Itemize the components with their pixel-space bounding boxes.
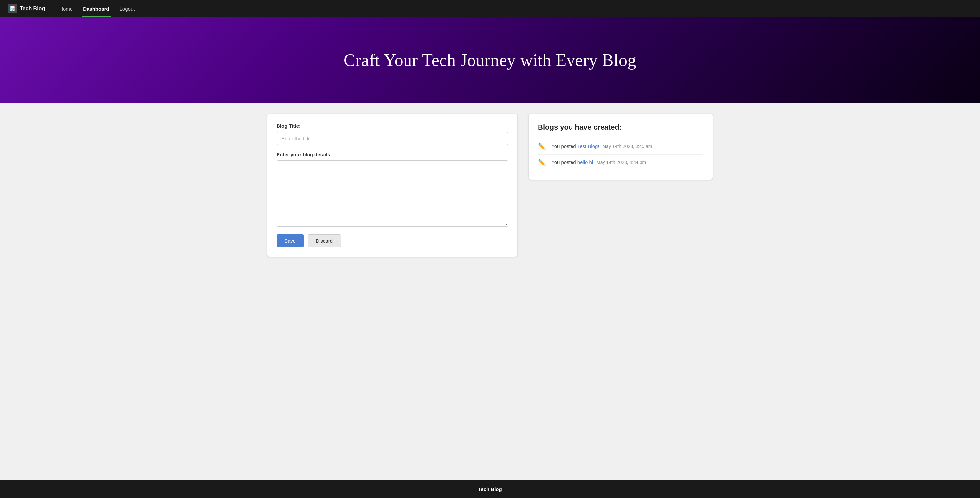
brand-icon-glyph: 📝 <box>10 6 16 11</box>
navbar: 📝 Tech Blog Home Dashboard Logout <box>0 0 980 17</box>
discard-button[interactable]: Discard <box>307 235 341 247</box>
blog-item-text-0: You posted Test Blog! May 14th 2023, 3:4… <box>551 143 652 150</box>
brand-label: Tech Blog <box>20 6 45 11</box>
title-input[interactable] <box>277 132 508 145</box>
nav-home[interactable]: Home <box>58 1 74 17</box>
footer-label: Tech Blog <box>478 487 501 492</box>
blog-item-text-1: You posted hello hi May 14th 2023, 4:44 … <box>551 159 646 166</box>
blog-date-0: May 14th 2023, 3:45 am <box>601 144 652 149</box>
save-button[interactable]: Save <box>277 235 304 247</box>
blog-prefix-0: You posted <box>551 143 578 149</box>
blog-link-0[interactable]: Test Blog! <box>578 143 599 149</box>
blog-date-1: May 14th 2023, 4:44 pm <box>595 160 646 165</box>
hero-section: Craft Your Tech Journey with Every Blog <box>0 17 980 103</box>
main-content: Blog Title: Enter your blog details: Sav… <box>259 103 721 480</box>
footer: Tech Blog <box>0 480 980 498</box>
navbar-links: Home Dashboard Logout <box>58 1 136 17</box>
blog-item-0: ✏️ You posted Test Blog! May 14th 2023, … <box>538 138 703 154</box>
nav-dashboard[interactable]: Dashboard <box>82 1 110 17</box>
blog-prefix-1: You posted <box>551 160 578 165</box>
navbar-brand: 📝 Tech Blog <box>8 4 45 13</box>
blog-link-1[interactable]: hello hi <box>578 160 593 165</box>
blog-form-card: Blog Title: Enter your blog details: Sav… <box>267 113 518 257</box>
details-textarea[interactable] <box>277 161 508 227</box>
details-label: Enter your blog details: <box>277 152 508 157</box>
nav-logout[interactable]: Logout <box>118 1 136 17</box>
blog-item-1: ✏️ You posted hello hi May 14th 2023, 4:… <box>538 154 703 171</box>
brand-icon: 📝 <box>8 4 17 13</box>
blogs-panel: Blogs you have created: ✏️ You posted Te… <box>528 113 713 180</box>
hero-title: Craft Your Tech Journey with Every Blog <box>344 51 636 70</box>
edit-icon-0: ✏️ <box>538 142 546 150</box>
title-label: Blog Title: <box>277 123 508 129</box>
edit-icon-1: ✏️ <box>538 158 546 166</box>
blogs-panel-heading: Blogs you have created: <box>538 123 703 132</box>
form-buttons: Save Discard <box>277 235 508 247</box>
